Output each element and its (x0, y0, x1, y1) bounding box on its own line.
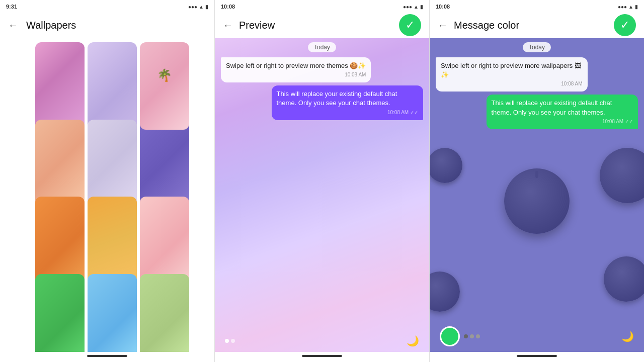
wallpaper-grid (0, 38, 214, 352)
done-check-icon: ✓ (406, 19, 415, 32)
preview-content: Today Swipe left or right to preview mor… (215, 38, 429, 330)
message-color-top-bar: ← Message color ✓ (430, 12, 644, 38)
signal-icon: ●●● (188, 4, 197, 10)
incoming-message-msg-color: Swipe left or right to preview more wall… (436, 57, 588, 92)
wallpaper-item-4[interactable] (35, 120, 85, 207)
status-time-2: 10:08 (221, 4, 235, 10)
outgoing-text-preview: This will replace your existing default … (277, 90, 397, 107)
back-button-1[interactable]: ← (8, 20, 18, 31)
incoming-message-preview: Swipe left or right to preview more them… (221, 57, 371, 82)
preview-title: Preview (239, 20, 275, 31)
battery-icon-3: ▮ (635, 4, 638, 10)
wallpaper-item-12[interactable] (140, 274, 189, 352)
outgoing-text-msg-color: This will replace your existing default … (492, 99, 612, 116)
status-time-3: 10:08 (436, 4, 450, 10)
dot-indicators-msg-color (464, 334, 480, 338)
preview-chat-area: Today Swipe left or right to preview mor… (215, 38, 429, 352)
message-color-panel: 10:08 ●●● ▲ ▮ ← Message color ✓ Today Sw… (430, 0, 644, 362)
signal-icon-2: ●●● (403, 4, 412, 10)
outgoing-message-preview: This will replace your existing default … (272, 85, 424, 120)
status-bar-3: 10:08 ●●● ▲ ▮ (430, 0, 644, 12)
dot-4 (470, 334, 474, 338)
incoming-time-preview: 10:08 AM (226, 71, 366, 78)
message-color-content: Today Swipe left or right to preview mor… (430, 38, 644, 320)
checkmarks-msg-color: ✓✓ (625, 119, 633, 124)
wallpaper-item-8[interactable] (88, 197, 137, 284)
color-dot-container (440, 326, 480, 346)
dot-1 (225, 339, 229, 343)
wallpapers-top-bar: ← Wallpapers (0, 12, 214, 38)
battery-icon: ▮ (205, 4, 208, 10)
outgoing-time-preview: 10:08 AM ✓✓ (277, 109, 419, 116)
incoming-time-msg-color: 10:08 AM (441, 80, 583, 87)
wallpaper-item-10[interactable] (35, 274, 85, 352)
signal-icon-3: ●●● (618, 4, 627, 10)
battery-icon-2: ▮ (420, 4, 423, 10)
dot-indicators-preview (225, 339, 235, 343)
back-button-3[interactable]: ← (438, 20, 448, 31)
msg-color-top-bar-left: ← Message color (438, 20, 519, 31)
status-bar-2: 10:08 ●●● ▲ ▮ (215, 0, 429, 12)
dot-2 (231, 339, 235, 343)
outgoing-time-msg-color: 10:08 AM ✓✓ (492, 118, 633, 125)
nav-bar-1 (0, 352, 214, 362)
preview-bottom-bar: 🌙 (215, 330, 429, 352)
status-time-1: 9:31 (6, 4, 17, 10)
moon-icon-preview[interactable]: 🌙 (407, 335, 419, 347)
wallpapers-panel: 9:31 ●●● ▲ ▮ ← Wallpapers (0, 0, 215, 362)
nav-bar-3 (430, 352, 644, 362)
moon-icon-msg-color[interactable]: 🌙 (621, 330, 634, 342)
back-button-2[interactable]: ← (223, 20, 233, 31)
preview-top-bar: ← Preview ✓ (215, 12, 429, 38)
wallpaper-item-1[interactable] (35, 42, 85, 130)
wallpaper-item-9[interactable] (140, 197, 189, 284)
dot-3 (464, 334, 468, 338)
checkmarks-preview: ✓✓ (410, 110, 418, 115)
preview-panel: 10:08 ●●● ▲ ▮ ← Preview ✓ Today Swipe le… (215, 0, 430, 362)
wallpapers-title: Wallpapers (26, 20, 76, 31)
outgoing-message-msg-color: This will replace your existing default … (487, 95, 638, 129)
wallpaper-item-5[interactable] (88, 120, 137, 207)
status-icons-3: ●●● ▲ ▮ (618, 4, 638, 10)
wallpaper-item-3[interactable] (140, 42, 189, 130)
wallpaper-item-11[interactable] (88, 274, 137, 352)
dot-5 (476, 334, 480, 338)
green-color-option[interactable] (440, 326, 460, 346)
preview-top-bar-left: ← Preview (223, 20, 275, 31)
nav-bar-2 (215, 352, 429, 362)
nav-pill-1 (87, 355, 127, 357)
status-icons-2: ●●● ▲ ▮ (403, 4, 423, 10)
status-icons-1: ●●● ▲ ▮ (188, 4, 208, 10)
done-button-msg-color[interactable]: ✓ (614, 14, 636, 36)
wallpaper-item-6[interactable] (140, 120, 189, 207)
message-color-title: Message color (454, 20, 519, 31)
done-button-preview[interactable]: ✓ (399, 14, 421, 36)
incoming-text-msg-color: Swipe left or right to preview more wall… (441, 62, 581, 78)
date-badge-msg-color: Today (523, 42, 551, 52)
color-selector-bar: 🌙 (430, 320, 644, 352)
message-color-chat-area: Today Swipe left or right to preview mor… (430, 38, 644, 352)
nav-pill-3 (517, 355, 557, 357)
done-check-icon-3: ✓ (620, 19, 629, 32)
date-badge-preview: Today (308, 42, 336, 52)
incoming-text-preview: Swipe left or right to preview more them… (226, 62, 366, 69)
wifi-icon-3: ▲ (628, 4, 633, 10)
wallpaper-item-2[interactable] (88, 42, 137, 130)
nav-pill-2 (302, 355, 342, 357)
wifi-icon: ▲ (199, 4, 204, 10)
status-bar-1: 9:31 ●●● ▲ ▮ (0, 0, 214, 12)
wifi-icon-2: ▲ (414, 4, 419, 10)
wallpaper-item-7[interactable] (35, 197, 85, 284)
